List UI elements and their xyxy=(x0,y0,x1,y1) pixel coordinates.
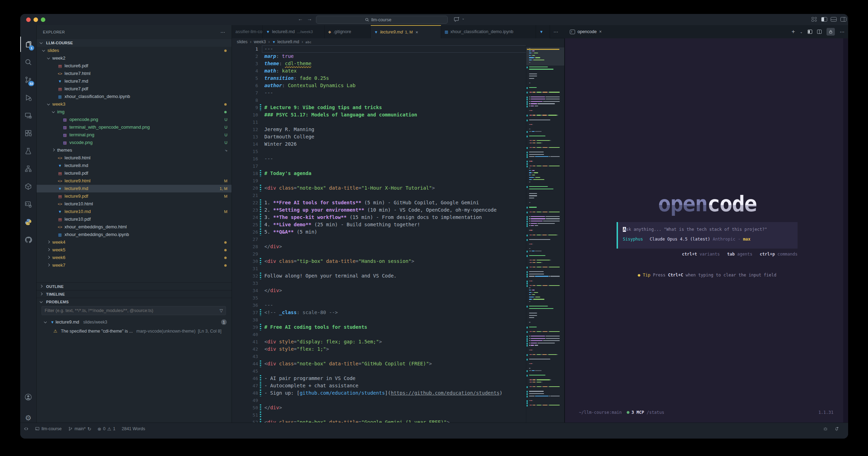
code-line-36[interactable]: 36--- xyxy=(232,302,526,309)
code-line-7[interactable]: 7--- xyxy=(232,89,526,97)
close-icon[interactable]: × xyxy=(599,29,602,34)
code-line-41[interactable]: 41<div style="display: flex; gap: 1.5em;… xyxy=(232,338,526,345)
code-line-28[interactable]: 28</div> xyxy=(232,243,526,250)
code-line-46[interactable]: 46- AI pair programmer in VS Code xyxy=(232,375,526,382)
code-line-22[interactable]: 221. **Free AI tools for students** (5 m… xyxy=(232,199,526,206)
code-line-17[interactable]: 17 xyxy=(232,162,526,170)
tree-item-lecture8.md[interactable]: ▼lecture8.md xyxy=(37,162,232,169)
code-line-29[interactable]: 29 xyxy=(232,250,526,258)
remote-explorer-icon[interactable] xyxy=(20,108,36,123)
sync-icon[interactable]: ↻ xyxy=(88,426,91,432)
opencode-panel[interactable]: opencode Ask anything... "What is the te… xyxy=(564,38,848,423)
code-line-44[interactable]: 44<div class="note-box" data-title="GitH… xyxy=(232,360,526,367)
code-line-3[interactable]: 3theme: cdl-theme xyxy=(232,60,526,67)
code-line-16[interactable]: 16--- xyxy=(232,155,526,162)
tree-item-lecture8.html[interactable]: <>lecture8.html xyxy=(37,154,232,162)
breadcrumb-file[interactable]: lecture9.md xyxy=(277,39,299,44)
code-line-19[interactable]: 19 xyxy=(232,177,526,184)
code-line-48[interactable]: 48- Sign up: [github.com/education/stude… xyxy=(232,389,526,397)
tree-item-lecture9.pdf[interactable]: ▤lecture9.pdfM xyxy=(37,192,232,200)
forward-icon[interactable]: → xyxy=(307,16,312,22)
tree-item-lecture6.pdf[interactable]: ▤lecture6.pdf xyxy=(37,62,232,70)
minimap-slider[interactable] xyxy=(526,47,564,66)
explorer-icon[interactable]: 1 xyxy=(20,37,36,52)
tab-.gitignore[interactable]: ◆.gitignore xyxy=(325,25,371,38)
code-area[interactable]: 1---2marp: true3theme: cdl-theme4math: k… xyxy=(232,45,526,423)
tree-item-week2[interactable]: week2 xyxy=(37,54,232,62)
code-line-9[interactable]: 9# Lecture 9: Vibe coding tips and trick… xyxy=(232,104,526,111)
maximize-window-button[interactable] xyxy=(41,17,45,22)
github-icon[interactable] xyxy=(20,232,36,248)
split-terminal-icon[interactable] xyxy=(817,30,822,34)
tree-item-week7[interactable]: week7 xyxy=(37,261,232,269)
code-line-10[interactable]: 10### PSYC 51.17: Models of language and… xyxy=(232,111,526,119)
extensions-icon[interactable] xyxy=(20,126,36,141)
python-icon[interactable] xyxy=(20,214,36,230)
testing-icon[interactable] xyxy=(20,143,36,159)
notifications-bell-icon[interactable] xyxy=(834,426,839,431)
tree-item-lecture8.pdf[interactable]: ▤lecture8.pdf xyxy=(37,169,232,177)
remote-indicator[interactable] xyxy=(24,426,29,431)
timeline-section[interactable]: TIMELINE xyxy=(37,290,232,298)
tree-item-xhour_embeddings_demo.html[interactable]: <>xhour_embeddings_demo.html xyxy=(37,223,232,231)
source-control-icon[interactable]: 32 xyxy=(20,72,36,88)
chevron-down-icon[interactable]: ⌄ xyxy=(462,16,465,20)
problems-section[interactable]: PROBLEMS xyxy=(37,298,232,305)
code-tools-icon[interactable] xyxy=(20,197,36,212)
tree-item-week4[interactable]: week4 xyxy=(37,238,232,246)
code-line-45[interactable]: 45 xyxy=(232,367,526,375)
code-line-34[interactable]: 34</div> xyxy=(232,287,526,294)
tree-item-xhour_embeddings_demo.ipynb[interactable]: ▥xhour_embeddings_demo.ipynb xyxy=(37,231,232,238)
code-line-25[interactable]: 254. **Live demo** (25 min) - Build some… xyxy=(232,221,526,228)
tree-item-lecture10.pdf[interactable]: ▤lecture10.pdf xyxy=(37,215,232,223)
code-line-39[interactable]: 39# Free AI coding tools for students xyxy=(232,324,526,331)
filter-icon[interactable]: ▽ xyxy=(220,308,223,313)
tree-item-lecture7.pdf[interactable]: ▤lecture7.pdf xyxy=(37,85,232,93)
object-explorer-icon[interactable] xyxy=(20,161,36,176)
breadcrumb[interactable]: slides›week3›▼lecture9.md›abc xyxy=(237,38,312,45)
code-line-30[interactable]: 30<div class="tip-box" data-title="Hands… xyxy=(232,258,526,265)
tree-item-terminal.png[interactable]: ▨terminal.pngU xyxy=(37,131,232,139)
tree-item-xhour_classification_demo.ipynb[interactable]: ▥xhour_classification_demo.ipynb xyxy=(37,93,232,100)
tab-lecture9.md[interactable]: ▼lecture9.md1, M× xyxy=(371,25,441,38)
code-line-11[interactable]: 11 xyxy=(232,119,526,126)
breadcrumb-week3[interactable]: week3 xyxy=(254,39,266,44)
tree-item-terminal_with_opencode_command.png[interactable]: ▨terminal_with_opencode_command.pngU xyxy=(37,123,232,131)
back-icon[interactable]: ← xyxy=(298,16,303,22)
model-name[interactable]: Claude Opus 4.5 (latest) xyxy=(650,237,710,242)
code-line-20[interactable]: 20<div class="note-box" data-title="1-Ho… xyxy=(232,184,526,192)
problems-indicator[interactable]: ⊗ 0 ⚠ 1 xyxy=(98,426,115,432)
code-line-51[interactable]: 51 xyxy=(232,411,526,419)
new-terminal-icon[interactable]: + xyxy=(792,28,795,35)
run-and-debug-icon[interactable] xyxy=(20,90,36,105)
search-input[interactable] xyxy=(371,17,399,22)
explorer-more-actions-icon[interactable]: ⋯ xyxy=(220,25,225,39)
tree-item-slides[interactable]: slides xyxy=(37,47,232,54)
tree-item-week3[interactable]: week3 xyxy=(37,100,232,108)
search-icon[interactable] xyxy=(20,54,36,70)
code-line-49[interactable]: 49 xyxy=(232,397,526,404)
outline-section[interactable]: OUTLINE xyxy=(37,282,232,290)
code-line-32[interactable]: 32Follow along! Open your terminal and V… xyxy=(232,272,526,280)
lock-icon[interactable] xyxy=(827,28,835,36)
tab-lecture8.md[interactable]: ▼lecture8.md.../week3 xyxy=(263,25,325,38)
tree-item-lecture10.html[interactable]: <>lecture10.html xyxy=(37,200,232,208)
chevron-down-icon[interactable]: ⌄ xyxy=(800,30,803,34)
toggle-primary-sidebar-icon[interactable] xyxy=(821,17,827,22)
code-line-50[interactable]: 50</div> xyxy=(232,404,526,411)
close-window-button[interactable] xyxy=(26,17,31,22)
containers-icon[interactable] xyxy=(20,179,36,194)
tree-item-lecture10.md[interactable]: ▼lecture10.mdM xyxy=(37,208,232,215)
tree-item-lecture7.html[interactable]: <>lecture7.html xyxy=(37,70,232,77)
tree-item-vscode.png[interactable]: ▨vscode.pngU xyxy=(37,139,232,146)
tree-item-lecture9.html[interactable]: <>lecture9.htmlM xyxy=(37,177,232,185)
workspace-root-row[interactable]: LLM-COURSE xyxy=(37,39,232,47)
code-line-24[interactable]: 243. **The spec-kit workflow** (15 min) … xyxy=(232,214,526,221)
toggle-panel-icon[interactable] xyxy=(831,17,837,22)
tabs-overflow-icon[interactable]: ⋯ xyxy=(550,25,562,38)
code-line-23[interactable]: 232. **Setting up your environment** (10… xyxy=(232,206,526,214)
customize-layout-icon[interactable] xyxy=(812,17,817,22)
command-center-search[interactable] xyxy=(316,16,448,24)
status-command[interactable]: /status xyxy=(644,410,664,415)
tab-xhour_classification_demo.ipynb[interactable]: ▥xhour_classification_demo.ipynb xyxy=(441,25,536,38)
